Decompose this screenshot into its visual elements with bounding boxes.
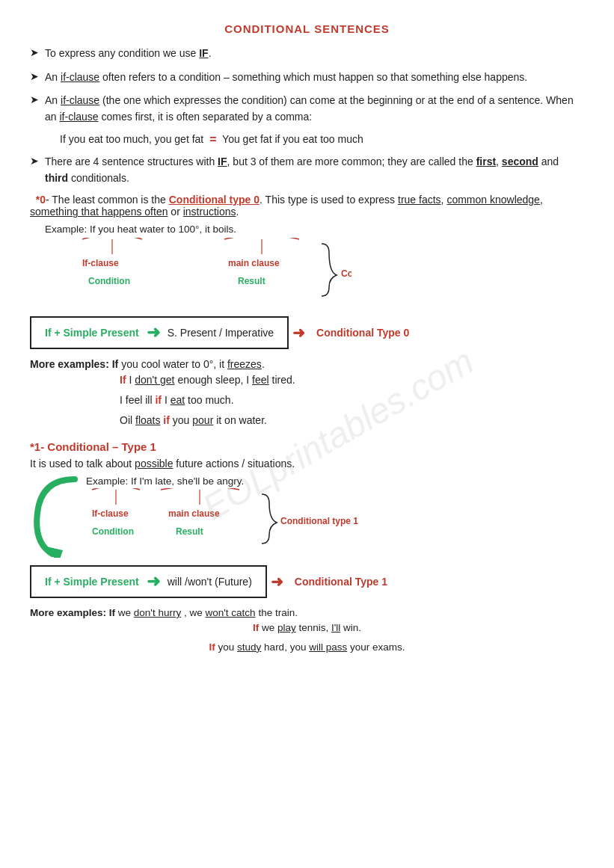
bullet-text-2: An if-clause often refers to a condition… [45, 70, 584, 86]
type1-ex3-text: you [218, 641, 238, 653]
if-clause-ref-1: if-clause [61, 71, 99, 83]
type1-ex1-text2: , we [184, 607, 206, 618]
equal-example-left: If you eat too much, you get fat [60, 133, 203, 145]
type1-ex3-text3: your exams. [350, 641, 405, 653]
type1-ex3: If you study hard, you will pass your ex… [30, 638, 584, 657]
zero-intro: *0- The least common is the Conditional … [30, 194, 584, 218]
zero-ex2-text2: enough sleep, I [177, 374, 252, 386]
bullet-text-4: There are 4 sentence structures with IF,… [45, 154, 584, 186]
equal-example-right: You get fat if you eat too much [222, 133, 363, 145]
zero-ex3-text3: too much. [188, 394, 233, 406]
zero-formula-row: If + Simple Present ➜ S. Present / Imper… [30, 316, 584, 349]
zero-ex4-u2: pour [192, 414, 213, 426]
page-title: CONDITIONAL SENTENCES [30, 22, 584, 35]
cond-type-0-label: Conditional type 0 [169, 194, 260, 206]
zero-formula-arrow: ➜ [147, 323, 160, 342]
type1-examples-list: If we play tennis, I'll win. If you stud… [30, 618, 584, 656]
common-knowledge: common knowledge [446, 194, 540, 206]
type1-ex2-text2: tennis, [298, 622, 331, 633]
if-highlight-4: IF [218, 156, 227, 167]
zero-examples-list: If I don't get enough sleep, I feel tire… [120, 370, 584, 430]
bullet-1: ➤ To express any condition we use IF. [30, 46, 584, 62]
third-label: third [45, 172, 68, 184]
zero-ex2-if: If [120, 374, 126, 386]
curved-green-arrow-svg [30, 475, 86, 558]
type1-ex3-text2: hard, you [264, 641, 309, 653]
bullet-arrow-4: ➤ [30, 155, 39, 167]
svg-text:Condition: Condition [92, 526, 134, 537]
zero-ex3-u1: eat [171, 394, 185, 406]
zero-ex4-text1: Oil [120, 414, 135, 426]
type1-formula-row: If + Simple Present ➜ will /won't (Futur… [30, 565, 584, 598]
type1-formula-right: will /won't (Future) [168, 576, 252, 588]
svg-text:main clause: main clause [228, 258, 280, 268]
type1-diagram-area: Example: If I'm late, she'll be angry. I… [86, 475, 584, 555]
zero-more-intro: More examples: [30, 358, 112, 370]
type1-formula-box: If + Simple Present ➜ will /won't (Futur… [30, 565, 267, 598]
bullet-arrow-3: ➤ [30, 93, 39, 105]
first-label: first [476, 156, 496, 167]
svg-text:Result: Result [238, 276, 265, 286]
zero-ex4-text3: you [173, 414, 192, 426]
type1-diagram: If-clause main clause Conditional type 1… [86, 488, 584, 555]
zero-ex3-if: if [155, 394, 162, 406]
bullet-arrow-1: ➤ [30, 46, 39, 58]
svg-text:Result: Result [176, 526, 203, 537]
zero-formula-arrow-red: ➜ [292, 324, 305, 342]
zero-formula-label: Conditional Type 0 [316, 327, 409, 339]
svg-text:If-clause: If-clause [82, 258, 119, 268]
type1-ex2-text3: win. [343, 622, 361, 633]
type1-ex3-u2: will pass [309, 641, 347, 653]
bullet-text-3: An if-clause (the one which expresses th… [45, 93, 584, 125]
zero-ex3: I feel ill if I eat too much. [120, 390, 584, 410]
zero-intro-text: - The least common is the [46, 194, 169, 206]
zero-ex3-text2: I [165, 394, 171, 406]
type1-ex1-if: If [109, 607, 115, 618]
type1-formula-arrow: ➜ [147, 572, 160, 591]
zero-ex2: If I don't get enough sleep, I feel tire… [120, 370, 584, 390]
type1-curved-area: Example: If I'm late, she'll be angry. I… [30, 475, 584, 558]
type1-desc: It is used to talk about possible future… [30, 458, 584, 470]
type1-more-examples: More examples: If we don't hurry , we wo… [30, 607, 584, 656]
type1-ex2-u1: play [277, 622, 296, 633]
type1-ex1-u1: don't hurry [134, 607, 181, 618]
bullet-3: ➤ An if-clause (the one which expresses … [30, 93, 584, 125]
type1-example: Example: If I'm late, she'll be angry. [86, 475, 584, 487]
zero-ex1-rest: you cool water to 0°, it freezes. [118, 358, 264, 370]
zero-example: Example: If you heat water to 100°, it b… [45, 224, 584, 235]
zero-ex3-text1: I feel ill [120, 394, 155, 406]
true-facts: true facts [398, 194, 441, 206]
if-clause-ref-3: if-clause [59, 111, 98, 123]
type1-ex1-text3: the train. [258, 607, 298, 618]
zero-ex1-if: If [112, 358, 119, 370]
zero-ex4-u1: floats [135, 414, 160, 426]
svg-text:Condition: Condition [88, 276, 130, 286]
type1-more-intro: More examples: [30, 607, 109, 618]
type1-diagram-svg: If-clause main clause Conditional type 1… [86, 488, 385, 555]
svg-text:Conditional type 1: Conditional type 1 [280, 516, 358, 526]
bullet-4: ➤ There are 4 sentence structures with I… [30, 154, 584, 186]
svg-text:main clause: main clause [168, 508, 220, 519]
bullet-arrow-2: ➤ [30, 70, 39, 82]
instructions: instructions [183, 206, 236, 218]
zero-ex4-if: if [163, 414, 170, 426]
zero-ex2-u1: don't get [135, 374, 174, 386]
zero-diagram-svg: If-clause main clause Conditional type 0… [75, 238, 351, 309]
zero-more-examples: More examples: If you cool water to 0°, … [30, 358, 584, 430]
happens-often: something that happens often [30, 206, 168, 218]
zero-ex2-text3: tired. [272, 374, 295, 386]
zero-diagram: If-clause main clause Conditional type 0… [75, 238, 584, 309]
if-clause-ref-2: if-clause [61, 94, 99, 106]
if-highlight-1: IF [199, 47, 208, 59]
zero-star: *0 [36, 194, 46, 206]
zero-formula-right: S. Present / Imperative [168, 327, 274, 339]
type1-ex3-u1: study [237, 641, 261, 653]
type1-ex2-if: If [253, 622, 259, 633]
type1-heading: *1- Conditional – Type 1 [30, 440, 584, 453]
zero-ex4: Oil floats if you pour it on water. [120, 410, 584, 431]
equal-sign: = [209, 133, 216, 147]
zero-formula-box: If + Simple Present ➜ S. Present / Imper… [30, 316, 289, 349]
zero-ex4-text4: it on water. [216, 414, 267, 426]
bullet-2: ➤ An if-clause often refers to a conditi… [30, 70, 584, 86]
type1-ex3-if: If [209, 641, 215, 653]
